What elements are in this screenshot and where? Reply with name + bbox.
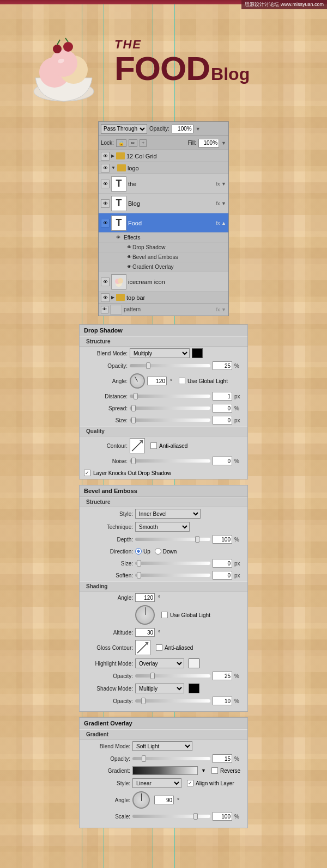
- ds-spread-slider[interactable]: [130, 407, 210, 410]
- be-angle-input[interactable]: [135, 593, 155, 602]
- layer-food[interactable]: 👁 T Food fx ▲: [99, 213, 228, 233]
- ds-size-input[interactable]: [213, 416, 232, 424]
- go-align-checkbox[interactable]: [187, 780, 193, 786]
- ds-anti-alias-checkbox[interactable]: [150, 442, 157, 449]
- layer-top-bar[interactable]: 👁 ▶ top bar: [99, 292, 228, 304]
- drop-shadow-panel: Drop Shadow Structure Blend Mode: Multip…: [79, 324, 248, 479]
- eye-icon-logo[interactable]: 👁: [101, 164, 110, 173]
- ds-blend-mode-select[interactable]: Multiply: [130, 348, 190, 358]
- layer-pattern[interactable]: 👁 pattern fx ▼: [99, 304, 228, 316]
- be-size-label: Size:: [84, 561, 133, 567]
- go-gradient-label: Gradient:: [84, 768, 130, 774]
- be-highlight-mode-select[interactable]: Overlay: [135, 658, 184, 668]
- ds-opacity-slider[interactable]: [130, 364, 210, 367]
- go-angle-dial[interactable]: [132, 791, 150, 809]
- be-altitude-input[interactable]: [135, 628, 155, 637]
- ds-distance-input[interactable]: [213, 392, 232, 401]
- go-gradient-arrow[interactable]: ▼: [201, 768, 206, 773]
- go-scale-input[interactable]: [213, 812, 232, 821]
- eye-icon-bevel[interactable]: 👁: [126, 254, 132, 261]
- opacity-input[interactable]: [172, 125, 193, 133]
- ds-size-slider[interactable]: [130, 418, 210, 422]
- be-radio-up[interactable]: [135, 548, 142, 555]
- layer-the[interactable]: 👁 T the fx ▼: [99, 174, 228, 194]
- effect-gradient-overlay[interactable]: 👁 Gradient Overlay: [99, 262, 228, 272]
- eye-icon-grid[interactable]: 👁: [101, 152, 110, 161]
- ds-opacity-input[interactable]: [213, 361, 232, 370]
- eye-icon-the[interactable]: 👁: [101, 180, 110, 188]
- thumb-blog: T: [111, 196, 126, 211]
- ds-layer-knocks-checkbox[interactable]: [84, 470, 90, 476]
- be-anti-alias-checkbox[interactable]: [156, 644, 162, 651]
- move-icon[interactable]: +: [140, 139, 147, 147]
- eye-icon-effects[interactable]: 👁: [115, 235, 122, 241]
- ds-angle-input[interactable]: [147, 377, 167, 385]
- go-opacity-input[interactable]: [213, 754, 232, 763]
- effect-drop-shadow[interactable]: 👁 Drop Shadow: [99, 243, 228, 253]
- eye-icon-dropshadow[interactable]: 👁: [126, 244, 132, 251]
- svg-point-11: [118, 278, 123, 284]
- ds-angle-dial[interactable]: [130, 373, 145, 389]
- lock-icon[interactable]: 🔒: [116, 139, 126, 147]
- be-shadow-opacity-slider[interactable]: [135, 699, 210, 703]
- be-size-slider[interactable]: [135, 562, 210, 565]
- go-gradient-bar[interactable]: [132, 766, 198, 775]
- go-angle-degree: °: [177, 797, 179, 803]
- layer-icecream[interactable]: 👁 icecream icon: [99, 272, 228, 292]
- be-highlight-opacity-slider[interactable]: [135, 674, 210, 678]
- be-depth-slider[interactable]: [135, 538, 210, 541]
- ds-size-unit: px: [234, 417, 243, 423]
- eye-icon-icecream[interactable]: 👁: [101, 278, 110, 286]
- eye-icon-blog[interactable]: 👁: [101, 199, 110, 208]
- go-angle-input[interactable]: [154, 796, 174, 804]
- be-direction-group: Up Down: [135, 548, 177, 555]
- be-style-select[interactable]: Inner Bevel: [135, 509, 201, 519]
- go-blend-mode-select[interactable]: Soft Light: [132, 741, 192, 751]
- be-highlight-mode-label: Highlight Mode:: [84, 661, 133, 667]
- be-angle-dial[interactable]: [135, 605, 155, 625]
- be-angle-row: Angle: °: [80, 592, 247, 604]
- be-direction-down[interactable]: Down: [155, 548, 177, 555]
- eye-icon-topbar[interactable]: 👁: [101, 293, 110, 302]
- be-shadow-color[interactable]: [189, 684, 199, 693]
- be-highlight-color[interactable]: [189, 658, 199, 668]
- be-gloss-contour-thumb[interactable]: [135, 640, 150, 655]
- be-direction-up[interactable]: Up: [135, 548, 150, 555]
- blend-mode-select[interactable]: Pass Through: [101, 124, 147, 134]
- effect-drop-shadow-label: Drop Shadow: [132, 244, 166, 250]
- go-scale-slider[interactable]: [132, 815, 210, 818]
- go-reverse-checkbox[interactable]: [211, 767, 218, 774]
- effect-bevel-emboss[interactable]: 👁 Bevel and Emboss: [99, 253, 228, 262]
- ds-contour-thumb[interactable]: [130, 438, 145, 453]
- be-altitude-row: Altitude: °: [80, 626, 247, 638]
- ds-color-swatch[interactable]: [192, 348, 203, 358]
- ds-distance-slider[interactable]: [130, 395, 210, 398]
- ds-noise-input[interactable]: [213, 457, 232, 465]
- be-global-light-checkbox[interactable]: [161, 612, 168, 618]
- eye-icon-gradient[interactable]: 👁: [126, 264, 132, 270]
- be-shadow-opacity-input[interactable]: [213, 697, 232, 705]
- ds-spread-input[interactable]: [213, 404, 232, 413]
- be-technique-select[interactable]: Smooth: [135, 522, 190, 532]
- ds-global-light-checkbox[interactable]: [179, 378, 185, 384]
- eye-icon-food[interactable]: 👁: [101, 219, 110, 227]
- be-soften-slider[interactable]: [135, 574, 210, 577]
- brush-icon[interactable]: ✏: [129, 139, 137, 147]
- eye-icon-pattern[interactable]: 👁: [101, 306, 108, 313]
- layer-logo[interactable]: 👁 ▼ logo: [99, 162, 228, 174]
- go-opacity-slider[interactable]: [132, 757, 210, 760]
- layer-12-col-grid[interactable]: 👁 ▶ 12 Col Grid: [99, 150, 228, 162]
- go-reverse-label: Reverse: [220, 768, 240, 774]
- be-highlight-opacity-input[interactable]: [213, 672, 232, 680]
- layer-blog[interactable]: 👁 T Blog fx ▼: [99, 194, 228, 213]
- be-depth-unit: %: [234, 537, 243, 543]
- be-anti-alias-label: Anti-aliased: [165, 645, 193, 651]
- be-depth-input[interactable]: [213, 535, 232, 544]
- be-size-input[interactable]: [213, 559, 232, 568]
- go-style-select[interactable]: Linear: [132, 778, 181, 788]
- be-shadow-mode-select[interactable]: Multiply: [135, 684, 184, 693]
- be-soften-input[interactable]: [213, 571, 232, 580]
- ds-noise-slider[interactable]: [130, 459, 210, 463]
- fill-input[interactable]: [198, 139, 219, 147]
- be-radio-down[interactable]: [155, 548, 161, 555]
